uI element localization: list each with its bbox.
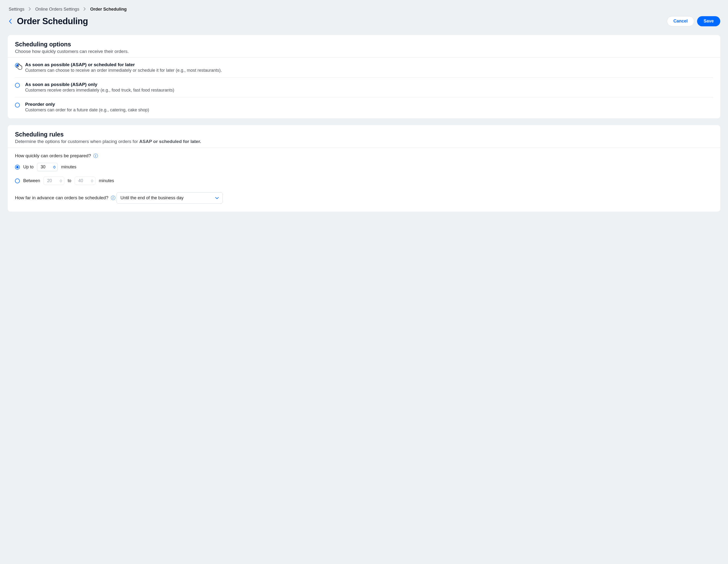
rules-subtitle-prefix: Determine the options for customers when… (15, 139, 139, 144)
scheduling-option-row[interactable]: As soon as possible (ASAP) or scheduled … (15, 58, 713, 77)
stepper-chevrons-icon (60, 180, 62, 182)
info-icon[interactable]: i (94, 154, 98, 158)
scheduling-rules-title: Scheduling rules (15, 131, 713, 138)
scheduling-option-row[interactable]: Preorder onlyCustomers can order for a f… (15, 97, 713, 117)
scheduling-options-subtitle: Choose how quickly customers can receive… (15, 49, 713, 54)
page-title: Order Scheduling (17, 16, 88, 26)
option-description: Customers receive orders immediately (e.… (25, 88, 174, 93)
minutes-label: minutes (61, 165, 76, 170)
stepper-chevrons-icon (53, 166, 56, 169)
save-button[interactable]: Save (697, 16, 720, 26)
scheduling-options-title: Scheduling options (15, 41, 713, 48)
rules-subtitle-bold: ASAP or scheduled for later. (139, 139, 201, 144)
breadcrumb-online-orders-settings[interactable]: Online Orders Settings (35, 7, 79, 12)
radio-between[interactable] (15, 179, 20, 183)
between-min-stepper[interactable]: 20 (43, 177, 64, 185)
stepper-chevrons-icon (91, 180, 93, 182)
radio-option-0[interactable] (15, 63, 20, 68)
scheduling-options-card: Scheduling options Choose how quickly cu… (8, 35, 720, 118)
scheduling-option-row[interactable]: As soon as possible (ASAP) onlyCustomers… (15, 77, 713, 97)
between-max-stepper[interactable]: 40 (75, 177, 95, 185)
advance-schedule-label: How far in advance can orders be schedul… (15, 195, 115, 201)
info-icon[interactable]: i (111, 196, 115, 200)
chevron-down-icon (215, 196, 219, 201)
radio-option-1[interactable] (15, 83, 20, 88)
option-title: Preorder only (25, 102, 149, 107)
radio-option-2[interactable] (15, 103, 20, 108)
prep-time-label: How quickly can orders be prepared? i (15, 153, 98, 159)
breadcrumb-current: Order Scheduling (90, 7, 127, 12)
scheduling-rules-subtitle: Determine the options for customers when… (15, 139, 713, 144)
back-button[interactable] (8, 18, 13, 25)
prep-upto-option[interactable]: Up to 30 minutes (15, 163, 713, 171)
upto-label: Up to (23, 165, 34, 170)
upto-minutes-stepper[interactable]: 30 (37, 163, 58, 171)
to-label: to (68, 178, 71, 183)
chevron-right-icon (84, 7, 86, 12)
prep-between-option[interactable]: Between 20 to 40 minutes (15, 177, 713, 185)
advance-schedule-select[interactable]: Until the end of the business day (116, 192, 223, 204)
option-description: Customers can order for a future date (e… (25, 108, 149, 113)
radio-upto[interactable] (15, 165, 20, 170)
scheduling-rules-card: Scheduling rules Determine the options f… (8, 125, 720, 212)
minutes-label: minutes (99, 178, 114, 183)
chevron-right-icon (29, 7, 31, 12)
between-label: Between (23, 178, 40, 183)
page-header: Order Scheduling Cancel Save (8, 16, 720, 26)
breadcrumb-settings[interactable]: Settings (9, 7, 24, 12)
cancel-button[interactable]: Cancel (667, 16, 694, 26)
option-title: As soon as possible (ASAP) or scheduled … (25, 62, 222, 67)
option-title: As soon as possible (ASAP) only (25, 82, 174, 87)
breadcrumb: Settings Online Orders Settings Order Sc… (8, 7, 720, 12)
option-description: Customers can choose to receive an order… (25, 68, 222, 73)
